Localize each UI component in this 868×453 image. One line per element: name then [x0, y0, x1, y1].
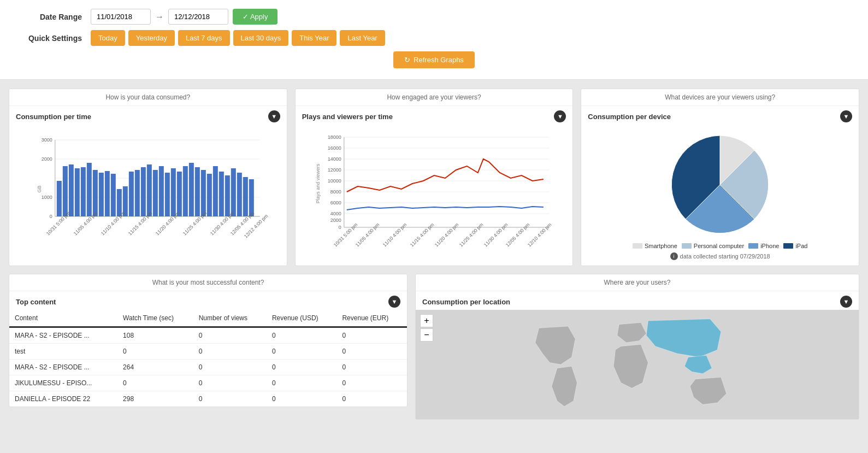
table-row: MARA - S2 - EPISODE ... 264 0 0 0: [9, 360, 407, 375]
svg-text:8000: 8000: [330, 189, 341, 195]
cell-content: DANIELLA - EPISODE 22: [9, 391, 117, 407]
svg-rect-36: [207, 174, 212, 216]
pc-swatch: [682, 243, 692, 249]
smartphone-swatch: [633, 243, 642, 249]
map-zoom-in[interactable]: +: [420, 314, 433, 327]
top-content-table: Content Watch Time (sec) Number of views…: [9, 310, 407, 407]
location-dropdown[interactable]: ▼: [840, 296, 852, 308]
svg-text:11/20 4:00 pm: 11/20 4:00 pm: [434, 222, 460, 248]
refresh-row: ↻ Refresh Graphs: [11, 51, 857, 68]
svg-rect-14: [75, 168, 80, 216]
cell-content: JIKULUMESSU - EPISO...: [9, 375, 117, 391]
plays-title: Plays and viewers per time: [302, 113, 393, 121]
location-title: Consumption per location: [422, 298, 510, 306]
pie-svg-container: [665, 130, 775, 239]
date-to-input[interactable]: [168, 9, 228, 25]
thisyear-button[interactable]: This Year: [292, 30, 336, 46]
svg-rect-12: [63, 166, 68, 216]
legend-iphone: iPhone: [748, 243, 779, 249]
cell-content: test: [9, 344, 117, 360]
svg-rect-19: [105, 171, 110, 216]
svg-text:1000: 1000: [42, 195, 52, 200]
apply-button[interactable]: ✓ Apply: [233, 9, 277, 25]
legend-smartphone: Smartphone: [633, 243, 677, 249]
top-content-dropdown[interactable]: ▼: [388, 296, 400, 308]
svg-rect-20: [111, 174, 116, 216]
date-range-group: → ✓ Apply: [91, 9, 277, 25]
svg-rect-37: [213, 166, 218, 216]
map-area: + −: [416, 310, 859, 419]
table-row: MARA - S2 - EPISODE ... 108 0 0 0: [9, 327, 407, 344]
map-zoom-out[interactable]: −: [420, 328, 433, 342]
last7days-button[interactable]: Last 7 days: [178, 30, 230, 46]
world-map-svg: [416, 310, 859, 419]
main-content: How is your data consumed? Consumption p…: [0, 80, 868, 428]
svg-text:2000: 2000: [330, 217, 341, 223]
quick-settings-label: Quick Settings: [11, 34, 82, 43]
svg-rect-29: [165, 173, 170, 216]
svg-text:11/15 4:00 pm: 11/15 4:00 pm: [409, 222, 435, 248]
cell-rev-usd: 0: [267, 327, 337, 344]
svg-text:11/10 4:00 pm: 11/10 4:00 pm: [382, 222, 408, 248]
svg-rect-39: [225, 175, 230, 216]
svg-rect-25: [141, 167, 146, 216]
plays-dropdown[interactable]: ▼: [554, 110, 566, 122]
cell-rev-usd: 0: [267, 391, 337, 407]
col-revenue-eur: Revenue (EUR): [336, 310, 407, 327]
svg-rect-35: [201, 170, 206, 216]
svg-rect-11: [57, 181, 62, 216]
cell-rev-eur: 0: [336, 375, 407, 391]
col-views[interactable]: Number of views: [193, 310, 267, 327]
refresh-label: Refresh Graphs: [414, 56, 464, 64]
svg-text:6000: 6000: [330, 200, 341, 205]
svg-rect-15: [81, 167, 86, 216]
svg-text:3000: 3000: [42, 137, 52, 143]
bottom-left: What is your most successful content? To…: [9, 274, 408, 420]
svg-rect-17: [93, 170, 98, 216]
cell-watch-time: 0: [117, 375, 193, 391]
refresh-icon: ↻: [404, 56, 410, 64]
last30days-button[interactable]: Last 30 days: [233, 30, 289, 46]
plays-line-chart: Plays and viewers 18000 16000 14000 1200…: [302, 129, 566, 249]
cell-views: 0: [193, 344, 267, 360]
svg-text:14000: 14000: [327, 156, 341, 162]
cell-rev-usd: 0: [267, 344, 337, 360]
yesterday-button[interactable]: Yesterday: [128, 30, 175, 46]
table-row: test 0 0 0 0: [9, 344, 407, 360]
svg-text:0: 0: [338, 225, 341, 230]
col-content: Content: [9, 310, 117, 327]
svg-text:16000: 16000: [327, 145, 341, 151]
cell-rev-eur: 0: [336, 327, 407, 344]
top-cards-row: How is your data consumed? Consumption p…: [9, 89, 859, 266]
today-button[interactable]: Today: [91, 30, 125, 46]
legend-pc: Personal computer: [682, 243, 744, 249]
svg-text:18000: 18000: [327, 134, 341, 140]
cell-watch-time: 264: [117, 360, 193, 375]
date-from-input[interactable]: [91, 9, 151, 25]
svg-text:11/25 4:00 pm: 11/25 4:00 pm: [458, 222, 485, 248]
svg-rect-24: [135, 170, 140, 216]
svg-rect-26: [147, 164, 152, 216]
refresh-graphs-button[interactable]: ↻ Refresh Graphs: [393, 51, 475, 68]
svg-rect-42: [243, 177, 248, 216]
svg-rect-32: [183, 166, 188, 216]
ipad-swatch: [783, 243, 793, 249]
plays-card: How engaged are your viewers? Plays and …: [295, 89, 574, 266]
iphone-label: iPhone: [760, 243, 779, 249]
cell-watch-time: 108: [117, 327, 193, 344]
y-axis-gb: GB: [37, 185, 42, 192]
quick-settings-row: Quick Settings Today Yesterday Last 7 da…: [11, 30, 857, 46]
cell-rev-eur: 0: [336, 391, 407, 407]
device-pie-area: Smartphone Personal computer iPhone iPad: [581, 125, 859, 266]
cell-rev-usd: 0: [267, 375, 337, 391]
device-dropdown[interactable]: ▼: [840, 110, 852, 122]
cell-views: 0: [193, 327, 267, 344]
lastyear-button[interactable]: Last Year: [340, 30, 385, 46]
filter-area: Date Range → ✓ Apply Quick Settings Toda…: [0, 0, 868, 80]
legend-ipad: iPad: [783, 243, 807, 249]
consumption-chart-area: GB 3000 2000 1000 0: [9, 125, 287, 256]
svg-rect-16: [87, 163, 92, 216]
info-icon: i: [670, 252, 678, 260]
consumption-dropdown[interactable]: ▼: [268, 110, 280, 122]
device-card: What devices are your viewers using? Con…: [581, 89, 859, 266]
